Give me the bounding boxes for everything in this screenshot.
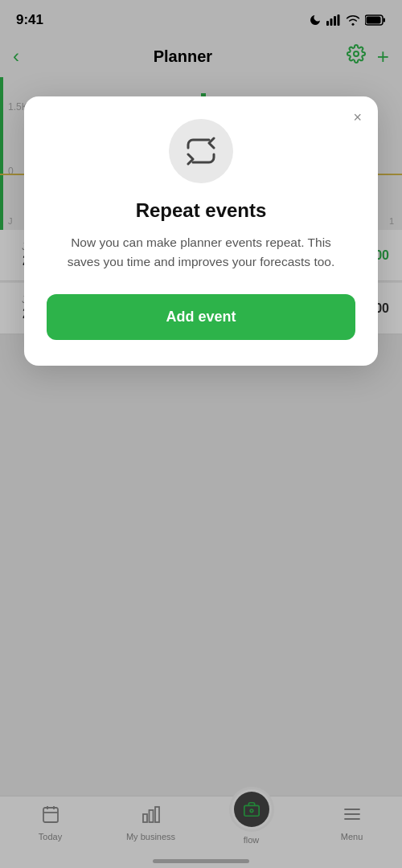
modal: × Repeat events Now you can make planner…: [24, 96, 378, 366]
repeat-icon: [185, 137, 217, 166]
modal-icon-circle: [169, 119, 233, 183]
add-event-button[interactable]: Add event: [47, 294, 355, 340]
modal-close-button[interactable]: ×: [353, 109, 362, 126]
modal-description: Now you can make planner events repeat. …: [47, 233, 355, 272]
modal-overlay: × Repeat events Now you can make planner…: [0, 0, 402, 868]
modal-title: Repeat events: [47, 199, 355, 222]
modal-icon-wrap: [47, 119, 355, 183]
